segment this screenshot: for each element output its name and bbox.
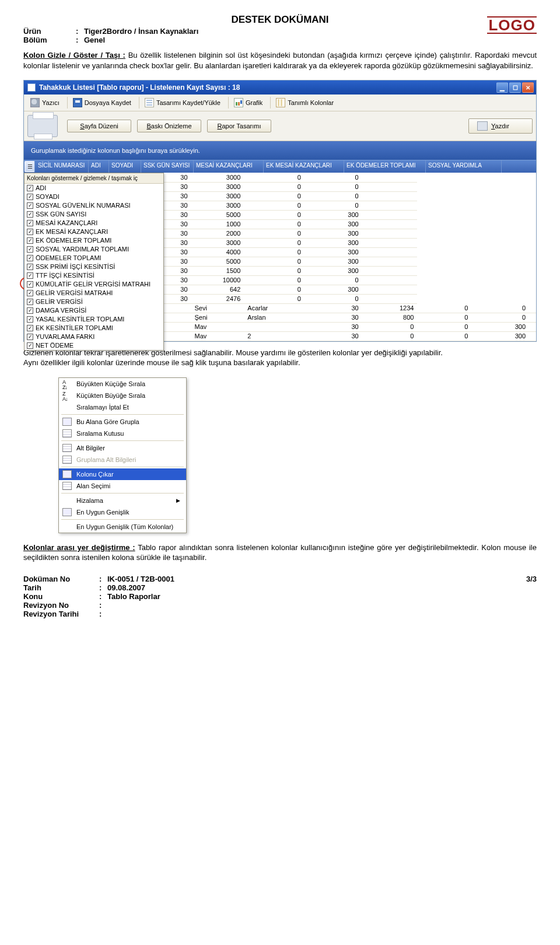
col-header[interactable]: ADI	[89, 160, 109, 173]
column-visibility-item[interactable]: SSK GÜN SAYISI	[24, 210, 163, 219]
checkbox-icon	[27, 185, 33, 191]
column-visibility-item[interactable]: EK ÖDEMELER TOPLAMI	[24, 236, 163, 245]
column-name: SSK PRİMİ İŞÇİ KESİNTİSİ	[36, 262, 115, 271]
save-design-button[interactable]: Tasarımı Kaydet/Yükle	[142, 96, 226, 109]
defined-columns-button[interactable]: Tanımlı Kolonlar	[273, 96, 339, 109]
print-preview-button[interactable]: Baskı Önizleme	[137, 120, 201, 132]
menu-item-label: Sıralama Kutusu	[76, 430, 124, 437]
checkbox-icon	[27, 290, 33, 296]
column-visibility-item[interactable]: YASAL KESİNTİLER TOPLAMI	[24, 315, 163, 324]
checkbox-icon	[27, 272, 33, 279]
menu-item-label: Kolonu Çıkar	[76, 471, 114, 478]
col-header[interactable]: MESAİ KAZANÇLARI	[194, 160, 264, 173]
col-header[interactable]: SOSYAL YARDIMLA	[426, 160, 502, 173]
col-header[interactable]: SOYADI	[109, 160, 141, 173]
column-visibility-item[interactable]: SSK PRİMİ İŞÇİ KESİNTİSİ	[24, 262, 163, 271]
paragraph-1: Kolon Gizle / Göster / Taşı : Bu özellik…	[23, 50, 537, 71]
product-value: Tiger2Bordro / İnsan Kaynakları	[84, 27, 198, 36]
col-header[interactable]: EK MESAİ KAZANÇLARI	[264, 160, 344, 173]
maximize-button[interactable]: ☐	[509, 82, 521, 93]
sheet-icon	[145, 98, 154, 107]
column-name: GELİR VERGİSİ	[36, 298, 83, 306]
column-visibility-item[interactable]: EK KESİNTİLER TOPLAMI	[24, 324, 163, 332]
column-visibility-item[interactable]: SOSYAL YARDIMLAR TOPLAMI	[24, 245, 163, 254]
popup-header: Kolonları göstermek / gizlemek / taşımak…	[24, 173, 163, 184]
print-button[interactable]: Yazdır	[468, 118, 533, 134]
column-visibility-item[interactable]: ÖDEMELER TOPLAMI	[24, 254, 163, 262]
column-visibility-item[interactable]: YUVARLAMA FARKI	[24, 332, 163, 341]
footer-icon	[62, 444, 72, 452]
close-button[interactable]: ✕	[522, 82, 534, 93]
app-window: Tahakkuk Listesi [Tablo raporu] - Listel…	[23, 80, 537, 342]
chart-button[interactable]: Grafik	[231, 96, 268, 109]
column-name: EK ÖDEMELER TOPLAMI	[36, 236, 111, 245]
checkbox-icon	[27, 325, 33, 331]
paragraph-3-label: Kolonlar arası yer değiştirme :	[23, 543, 135, 552]
column-visibility-item[interactable]: GELİR VERGİSİ	[24, 298, 163, 306]
chart-icon	[234, 98, 243, 107]
column-visibility-item[interactable]: ADI	[24, 184, 163, 192]
revdate-label: Revizyon Tarihi	[23, 610, 99, 618]
context-menu-item[interactable]: Kolonu Çıkar	[59, 468, 186, 480]
date-label: Tarih	[23, 583, 99, 592]
column-visibility-item[interactable]: EK MESAİ KAZANÇLARI	[24, 228, 163, 236]
column-name: KÜMÜLATİF GELİR VERGİSİ MATRAHI	[36, 280, 150, 289]
menu-item-label: En Uygun Genişlik (Tüm Kolonlar)	[76, 523, 173, 530]
column-visibility-item[interactable]: SOSYAL GÜVENLİK NUMARASI	[24, 201, 163, 210]
column-name: SOYADI	[36, 192, 60, 201]
column-name: TTF İŞÇİ KESİNTİSİ	[36, 271, 94, 280]
revno-label: Revizyon No	[23, 601, 99, 610]
logo: LOGO	[487, 16, 537, 34]
context-menu-item[interactable]: Sıralama Kutusu	[59, 428, 186, 439]
context-menu: AZ↓Büyükten Küçüğe SıralaZA↓Küçükten Büy…	[58, 377, 187, 533]
group-drop-area[interactable]: Guruplamak istediğiniz kolonun başlığını…	[24, 141, 536, 160]
column-visibility-item[interactable]: GELİR VERGİSİ MATRAHI	[24, 289, 163, 298]
printer-button[interactable]: Yazıcı	[27, 96, 65, 109]
col-header[interactable]: EK ÖDEMELER TOPLAMI	[344, 160, 426, 173]
column-visibility-item[interactable]: MESAİ KAZANÇLARI	[24, 219, 163, 228]
box-icon	[62, 429, 72, 438]
submenu-arrow-icon: ▶	[176, 498, 180, 503]
column-header-row: ☰ SİCİL NUMARASI ADI SOYADI SSK GÜN SAYI…	[24, 160, 536, 173]
menu-item-label: Küçükten Büyüğe Sırala	[76, 392, 145, 399]
context-menu-item[interactable]: Hizalama▶	[59, 495, 186, 506]
context-menu-item[interactable]: Alan Seçimi	[59, 480, 186, 492]
report-design-button[interactable]: Rapor Tasarımı	[207, 120, 271, 132]
sort-asc-icon: ZA↓	[62, 391, 72, 400]
column-visibility-item[interactable]: KÜMÜLATİF GELİR VERGİSİ MATRAHI	[24, 280, 163, 289]
column-visibility-item[interactable]: TTF İŞÇİ KESİNTİSİ	[24, 271, 163, 280]
checkbox-icon	[27, 264, 33, 270]
context-menu-item[interactable]: Alt Bilgiler	[59, 442, 186, 454]
column-visibility-item[interactable]: DAMGA VERGİSİ	[24, 306, 163, 315]
page-number: 3/3	[526, 575, 537, 583]
context-menu-item[interactable]: Bu Alana Göre Grupla	[59, 416, 186, 428]
context-menu-item[interactable]: Sıralamayı İptal Et	[59, 401, 186, 413]
context-menu-item[interactable]: En Uygun Genişlik (Tüm Kolonlar)	[59, 521, 186, 533]
column-name: ÖDEMELER TOPLAMI	[36, 254, 102, 262]
section-label: Bölüm	[23, 36, 76, 44]
save-file-button[interactable]: Dosyaya Kaydet	[70, 96, 136, 109]
column-name: EK MESAİ KAZANÇLARI	[36, 228, 108, 236]
window-title: Tahakkuk Listesi [Tablo raporu] - Listel…	[39, 83, 240, 92]
col-header[interactable]: SSK GÜN SAYISI	[141, 160, 194, 173]
column-visibility-item[interactable]: SOYADI	[24, 192, 163, 201]
column-name: DAMGA VERGİSİ	[36, 306, 86, 315]
document-footer: Doküman No : IK-0051 / T2B-0001 3/3 Tari…	[23, 575, 537, 618]
checkbox-icon	[27, 194, 33, 200]
column-name: EK KESİNTİLER TOPLAMI	[36, 324, 113, 332]
col-header[interactable]: SİCİL NUMARASI	[36, 160, 89, 173]
context-menu-item[interactable]: En Uygun Genişlik	[59, 506, 186, 518]
date-value: 09.08.2007	[107, 583, 145, 592]
printer-small-icon	[477, 121, 488, 131]
page-setup-button[interactable]: Sayfa Düzeni	[67, 120, 131, 132]
remove-column-icon	[62, 470, 72, 478]
group-footer-icon	[62, 456, 72, 464]
context-menu-item[interactable]: AZ↓Büyükten Küçüğe Sırala	[59, 378, 186, 390]
minimize-button[interactable]: ▁	[496, 82, 508, 93]
column-picker-button[interactable]: ☰	[24, 161, 35, 172]
column-visibility-item[interactable]: NET ÖDEME	[24, 341, 163, 350]
menu-item-label: Büyükten Küçüğe Sırala	[76, 380, 145, 387]
context-menu-item[interactable]: ZA↓Küçükten Büyüğe Sırala	[59, 390, 186, 401]
column-name: NET ÖDEME	[36, 341, 74, 350]
menu-item-label: Alan Seçimi	[76, 482, 110, 489]
